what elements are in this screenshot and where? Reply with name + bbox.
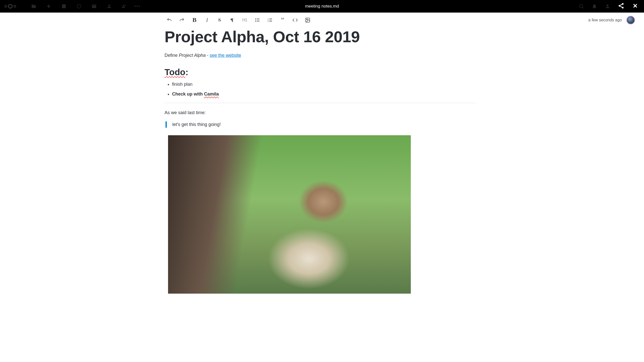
svg-text:3: 3 (268, 21, 269, 22)
todo-item[interactable]: finish plan (172, 82, 629, 87)
heading-button[interactable]: H1 (238, 15, 251, 25)
svg-point-3 (607, 5, 608, 6)
undo-button[interactable] (163, 15, 176, 25)
intro-italic: Project Alpha (179, 53, 206, 58)
svg-point-11 (255, 21, 256, 22)
search-icon[interactable] (579, 4, 584, 9)
todo-list[interactable]: finish plan Check up with Camila (165, 82, 629, 97)
files-icon[interactable] (31, 4, 36, 9)
italic-button[interactable]: I (201, 15, 213, 25)
paragraph[interactable]: As we said last time: (165, 110, 629, 115)
save-timestamp: a few seconds ago (588, 18, 622, 22)
file-title: meeting notes.md (305, 4, 339, 9)
todo-item-spell: Camila (204, 92, 219, 97)
bullet-list-button[interactable] (251, 15, 264, 25)
svg-rect-18 (269, 21, 272, 22)
horizontal-rule (165, 103, 476, 103)
svg-point-2 (580, 5, 583, 8)
intro-line[interactable]: Define Project Alpha - see the website (165, 53, 629, 58)
editor-toolbar: B I S H1 123 ” a few seconds ago (0, 13, 644, 28)
blockquote[interactable]: let's get this thing going! (166, 121, 629, 128)
bell-icon[interactable] (592, 4, 597, 9)
code-button[interactable] (289, 15, 301, 25)
svg-point-6 (622, 7, 624, 9)
contacts-menu-icon[interactable] (605, 4, 610, 9)
document-content[interactable]: Project Alpha, Oct 16 2019 Define Projec… (0, 28, 644, 294)
paragraph-button[interactable] (226, 15, 238, 25)
document-title[interactable]: Project Alpha, Oct 16 2019 (165, 28, 629, 46)
mail-icon[interactable] (92, 4, 97, 9)
svg-rect-12 (257, 21, 259, 22)
todo-heading-word: Todo (165, 67, 185, 77)
gallery-icon[interactable] (61, 4, 66, 9)
svg-rect-10 (257, 20, 259, 20)
embedded-image[interactable] (168, 135, 411, 294)
nav-more-icon[interactable]: ••• (134, 4, 141, 9)
strikethrough-button[interactable]: S (213, 15, 226, 25)
app-header: ••• meeting notes.md (0, 0, 644, 13)
svg-point-9 (255, 20, 256, 21)
svg-point-20 (306, 19, 307, 20)
ordered-list-button[interactable]: 123 (264, 15, 276, 25)
svg-rect-0 (62, 5, 66, 8)
contacts-icon[interactable] (122, 4, 127, 9)
user-avatar[interactable] (626, 16, 635, 24)
intro-link[interactable]: see the website (210, 53, 241, 58)
person-icon[interactable] (107, 4, 112, 9)
svg-point-5 (619, 5, 620, 7)
svg-point-4 (622, 3, 624, 5)
todo-item[interactable]: Check up with Camila (172, 92, 629, 97)
intro-sep: - (206, 53, 210, 58)
todo-heading-suffix: : (185, 67, 188, 77)
todo-item-prefix: Check up with (172, 92, 204, 97)
blockquote-button[interactable]: ” (276, 15, 289, 25)
svg-rect-8 (257, 18, 259, 19)
circle-icon[interactable] (76, 4, 82, 9)
svg-point-7 (255, 18, 256, 19)
app-logo[interactable] (5, 4, 16, 9)
bold-button[interactable]: B (188, 15, 201, 25)
redo-button[interactable] (176, 15, 188, 25)
todo-heading[interactable]: Todo: (165, 67, 629, 77)
share-button[interactable] (618, 3, 624, 10)
nav-app-icons (31, 4, 127, 9)
activity-icon[interactable] (46, 4, 51, 9)
image-button[interactable] (301, 15, 314, 25)
svg-rect-16 (269, 20, 272, 20)
close-button[interactable] (632, 3, 638, 10)
intro-prefix: Define (165, 53, 179, 58)
svg-rect-14 (269, 18, 272, 19)
svg-point-1 (77, 5, 81, 8)
